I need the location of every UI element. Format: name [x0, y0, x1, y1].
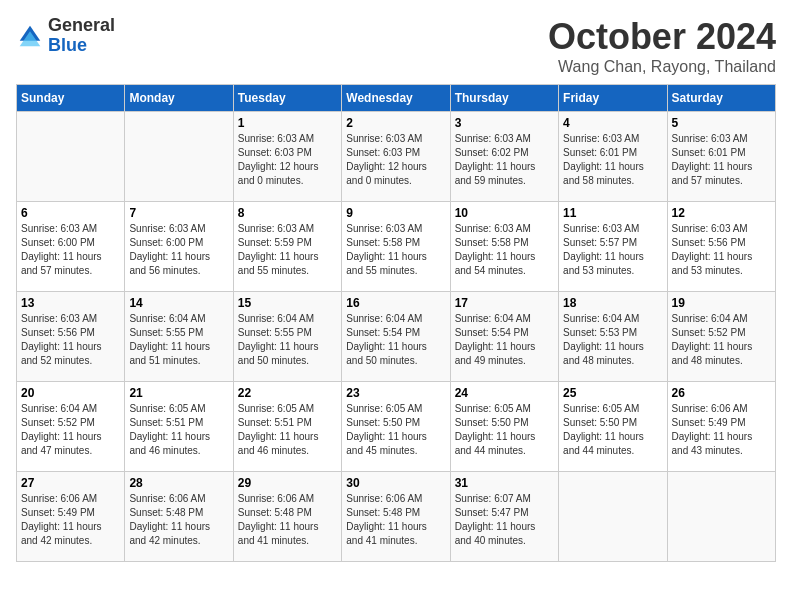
- calendar-cell: 13Sunrise: 6:03 AM Sunset: 5:56 PM Dayli…: [17, 292, 125, 382]
- calendar-header-row: SundayMondayTuesdayWednesdayThursdayFrid…: [17, 85, 776, 112]
- day-number: 13: [21, 296, 120, 310]
- header-day-wednesday: Wednesday: [342, 85, 450, 112]
- day-number: 19: [672, 296, 771, 310]
- calendar-week-row: 27Sunrise: 6:06 AM Sunset: 5:49 PM Dayli…: [17, 472, 776, 562]
- day-info: Sunrise: 6:05 AM Sunset: 5:50 PM Dayligh…: [563, 402, 662, 458]
- calendar-cell: 30Sunrise: 6:06 AM Sunset: 5:48 PM Dayli…: [342, 472, 450, 562]
- day-info: Sunrise: 6:03 AM Sunset: 6:03 PM Dayligh…: [346, 132, 445, 188]
- day-info: Sunrise: 6:04 AM Sunset: 5:55 PM Dayligh…: [238, 312, 337, 368]
- day-info: Sunrise: 6:03 AM Sunset: 5:56 PM Dayligh…: [672, 222, 771, 278]
- calendar-week-row: 20Sunrise: 6:04 AM Sunset: 5:52 PM Dayli…: [17, 382, 776, 472]
- day-info: Sunrise: 6:03 AM Sunset: 6:03 PM Dayligh…: [238, 132, 337, 188]
- calendar-cell: 14Sunrise: 6:04 AM Sunset: 5:55 PM Dayli…: [125, 292, 233, 382]
- day-number: 14: [129, 296, 228, 310]
- calendar-cell: 26Sunrise: 6:06 AM Sunset: 5:49 PM Dayli…: [667, 382, 775, 472]
- calendar-cell: 16Sunrise: 6:04 AM Sunset: 5:54 PM Dayli…: [342, 292, 450, 382]
- calendar-cell: 31Sunrise: 6:07 AM Sunset: 5:47 PM Dayli…: [450, 472, 558, 562]
- calendar-table: SundayMondayTuesdayWednesdayThursdayFrid…: [16, 84, 776, 562]
- header-day-thursday: Thursday: [450, 85, 558, 112]
- day-info: Sunrise: 6:04 AM Sunset: 5:52 PM Dayligh…: [672, 312, 771, 368]
- day-info: Sunrise: 6:04 AM Sunset: 5:53 PM Dayligh…: [563, 312, 662, 368]
- calendar-cell: 4Sunrise: 6:03 AM Sunset: 6:01 PM Daylig…: [559, 112, 667, 202]
- day-number: 21: [129, 386, 228, 400]
- calendar-cell: [125, 112, 233, 202]
- day-info: Sunrise: 6:03 AM Sunset: 6:01 PM Dayligh…: [672, 132, 771, 188]
- day-info: Sunrise: 6:03 AM Sunset: 5:57 PM Dayligh…: [563, 222, 662, 278]
- logo-icon: [16, 22, 44, 50]
- calendar-cell: 17Sunrise: 6:04 AM Sunset: 5:54 PM Dayli…: [450, 292, 558, 382]
- logo-text: General Blue: [48, 16, 115, 56]
- day-info: Sunrise: 6:04 AM Sunset: 5:54 PM Dayligh…: [346, 312, 445, 368]
- calendar-cell: 28Sunrise: 6:06 AM Sunset: 5:48 PM Dayli…: [125, 472, 233, 562]
- day-number: 28: [129, 476, 228, 490]
- calendar-cell: [667, 472, 775, 562]
- calendar-cell: 25Sunrise: 6:05 AM Sunset: 5:50 PM Dayli…: [559, 382, 667, 472]
- day-info: Sunrise: 6:06 AM Sunset: 5:49 PM Dayligh…: [672, 402, 771, 458]
- day-info: Sunrise: 6:05 AM Sunset: 5:50 PM Dayligh…: [346, 402, 445, 458]
- day-number: 24: [455, 386, 554, 400]
- day-info: Sunrise: 6:03 AM Sunset: 6:01 PM Dayligh…: [563, 132, 662, 188]
- title-block: October 2024 Wang Chan, Rayong, Thailand: [548, 16, 776, 76]
- calendar-cell: 9Sunrise: 6:03 AM Sunset: 5:58 PM Daylig…: [342, 202, 450, 292]
- day-number: 26: [672, 386, 771, 400]
- day-info: Sunrise: 6:06 AM Sunset: 5:48 PM Dayligh…: [238, 492, 337, 548]
- day-number: 11: [563, 206, 662, 220]
- day-number: 8: [238, 206, 337, 220]
- day-info: Sunrise: 6:03 AM Sunset: 5:59 PM Dayligh…: [238, 222, 337, 278]
- calendar-cell: [559, 472, 667, 562]
- day-info: Sunrise: 6:03 AM Sunset: 5:56 PM Dayligh…: [21, 312, 120, 368]
- day-info: Sunrise: 6:04 AM Sunset: 5:54 PM Dayligh…: [455, 312, 554, 368]
- day-number: 17: [455, 296, 554, 310]
- calendar-cell: 21Sunrise: 6:05 AM Sunset: 5:51 PM Dayli…: [125, 382, 233, 472]
- calendar-cell: 11Sunrise: 6:03 AM Sunset: 5:57 PM Dayli…: [559, 202, 667, 292]
- day-number: 15: [238, 296, 337, 310]
- header-day-friday: Friday: [559, 85, 667, 112]
- header-day-sunday: Sunday: [17, 85, 125, 112]
- day-number: 27: [21, 476, 120, 490]
- calendar-cell: 20Sunrise: 6:04 AM Sunset: 5:52 PM Dayli…: [17, 382, 125, 472]
- day-info: Sunrise: 6:06 AM Sunset: 5:48 PM Dayligh…: [346, 492, 445, 548]
- day-info: Sunrise: 6:04 AM Sunset: 5:52 PM Dayligh…: [21, 402, 120, 458]
- day-number: 30: [346, 476, 445, 490]
- day-info: Sunrise: 6:03 AM Sunset: 6:00 PM Dayligh…: [129, 222, 228, 278]
- day-info: Sunrise: 6:05 AM Sunset: 5:50 PM Dayligh…: [455, 402, 554, 458]
- day-info: Sunrise: 6:05 AM Sunset: 5:51 PM Dayligh…: [129, 402, 228, 458]
- header-day-monday: Monday: [125, 85, 233, 112]
- day-info: Sunrise: 6:03 AM Sunset: 5:58 PM Dayligh…: [455, 222, 554, 278]
- day-number: 3: [455, 116, 554, 130]
- calendar-cell: 1Sunrise: 6:03 AM Sunset: 6:03 PM Daylig…: [233, 112, 341, 202]
- day-info: Sunrise: 6:05 AM Sunset: 5:51 PM Dayligh…: [238, 402, 337, 458]
- logo-blue: Blue: [48, 35, 87, 55]
- day-number: 22: [238, 386, 337, 400]
- day-number: 25: [563, 386, 662, 400]
- calendar-week-row: 1Sunrise: 6:03 AM Sunset: 6:03 PM Daylig…: [17, 112, 776, 202]
- calendar-cell: 8Sunrise: 6:03 AM Sunset: 5:59 PM Daylig…: [233, 202, 341, 292]
- day-number: 31: [455, 476, 554, 490]
- location: Wang Chan, Rayong, Thailand: [548, 58, 776, 76]
- day-number: 2: [346, 116, 445, 130]
- calendar-cell: 10Sunrise: 6:03 AM Sunset: 5:58 PM Dayli…: [450, 202, 558, 292]
- calendar-cell: 23Sunrise: 6:05 AM Sunset: 5:50 PM Dayli…: [342, 382, 450, 472]
- day-info: Sunrise: 6:03 AM Sunset: 6:00 PM Dayligh…: [21, 222, 120, 278]
- day-number: 18: [563, 296, 662, 310]
- day-info: Sunrise: 6:03 AM Sunset: 5:58 PM Dayligh…: [346, 222, 445, 278]
- logo-general: General: [48, 15, 115, 35]
- calendar-cell: 3Sunrise: 6:03 AM Sunset: 6:02 PM Daylig…: [450, 112, 558, 202]
- day-number: 29: [238, 476, 337, 490]
- logo: General Blue: [16, 16, 115, 56]
- calendar-body: 1Sunrise: 6:03 AM Sunset: 6:03 PM Daylig…: [17, 112, 776, 562]
- calendar-week-row: 6Sunrise: 6:03 AM Sunset: 6:00 PM Daylig…: [17, 202, 776, 292]
- day-number: 12: [672, 206, 771, 220]
- day-number: 20: [21, 386, 120, 400]
- day-number: 5: [672, 116, 771, 130]
- day-number: 7: [129, 206, 228, 220]
- day-info: Sunrise: 6:03 AM Sunset: 6:02 PM Dayligh…: [455, 132, 554, 188]
- calendar-week-row: 13Sunrise: 6:03 AM Sunset: 5:56 PM Dayli…: [17, 292, 776, 382]
- day-info: Sunrise: 6:06 AM Sunset: 5:49 PM Dayligh…: [21, 492, 120, 548]
- calendar-cell: 15Sunrise: 6:04 AM Sunset: 5:55 PM Dayli…: [233, 292, 341, 382]
- calendar-cell: 7Sunrise: 6:03 AM Sunset: 6:00 PM Daylig…: [125, 202, 233, 292]
- calendar-cell: 2Sunrise: 6:03 AM Sunset: 6:03 PM Daylig…: [342, 112, 450, 202]
- calendar-cell: 18Sunrise: 6:04 AM Sunset: 5:53 PM Dayli…: [559, 292, 667, 382]
- month-title: October 2024: [548, 16, 776, 58]
- calendar-cell: 6Sunrise: 6:03 AM Sunset: 6:00 PM Daylig…: [17, 202, 125, 292]
